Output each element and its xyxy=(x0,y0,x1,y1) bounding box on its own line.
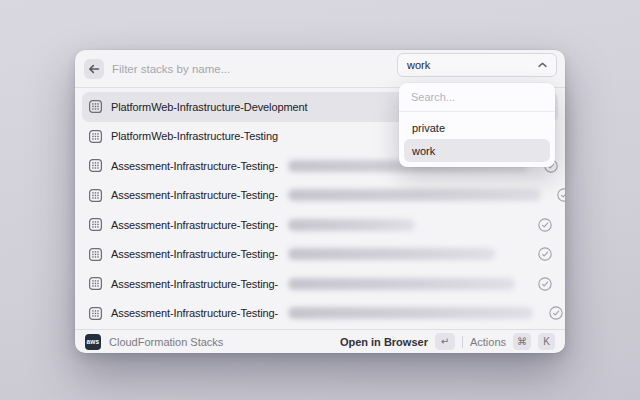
launcher-window: work PlatformWeb-Infrastructure-Developm… xyxy=(75,50,565,353)
actions-button[interactable]: Actions xyxy=(470,336,506,348)
tag-option-label: work xyxy=(412,145,435,157)
tag-option[interactable]: private xyxy=(404,116,550,139)
tag-option[interactable]: work xyxy=(404,139,550,162)
stack-grid-icon xyxy=(88,276,103,291)
footer-divider xyxy=(462,336,463,348)
stack-name: Assessment-Infrastructure-Testing- xyxy=(111,189,278,201)
tag-option-label: private xyxy=(412,122,445,134)
tag-dropdown-trigger[interactable]: work xyxy=(397,53,557,77)
stack-grid-icon xyxy=(88,306,103,321)
redacted-text xyxy=(288,248,495,260)
redacted-text xyxy=(288,307,533,319)
check-circle-icon xyxy=(557,188,565,202)
stack-grid-icon xyxy=(88,247,103,262)
check-circle-icon xyxy=(538,277,552,291)
aws-icon: aws xyxy=(85,334,101,350)
stack-name: Assessment-Infrastructure-Testing- xyxy=(111,248,278,260)
stack-grid-icon xyxy=(88,217,103,232)
stack-row[interactable]: Assessment-Infrastructure-Testing- xyxy=(82,210,558,240)
stack-row[interactable]: Assessment-Infrastructure-Testing- xyxy=(82,181,558,211)
back-arrow-icon xyxy=(88,64,100,74)
enter-key-icon: ↵ xyxy=(435,333,455,350)
check-circle-icon xyxy=(538,218,552,232)
chevron-up-icon xyxy=(538,62,547,68)
stack-name: Assessment-Infrastructure-Testing- xyxy=(111,278,278,290)
stack-grid-icon xyxy=(88,129,103,144)
stack-grid-icon xyxy=(88,158,103,173)
check-circle-icon xyxy=(538,247,552,261)
stack-row[interactable]: Assessment-Infrastructure-Testing- xyxy=(82,240,558,270)
redacted-text xyxy=(288,219,415,231)
app-name: CloudFormation Stacks xyxy=(109,336,223,348)
stack-grid-icon xyxy=(88,99,103,114)
open-in-browser-button[interactable]: Open in Browser xyxy=(340,336,428,348)
stack-row[interactable]: Assessment-Infrastructure-Testing- xyxy=(82,269,558,299)
tag-dropdown-value: work xyxy=(407,59,430,71)
footer: aws CloudFormation Stacks Open in Browse… xyxy=(75,329,565,353)
filter-input[interactable] xyxy=(112,50,392,87)
back-button[interactable] xyxy=(84,59,104,79)
redacted-text xyxy=(288,278,515,290)
check-circle-icon xyxy=(549,306,563,320)
redacted-text xyxy=(288,189,541,201)
stack-name: PlatformWeb-Infrastructure-Development xyxy=(111,101,308,113)
stack-name: Assessment-Infrastructure-Testing- xyxy=(111,219,278,231)
tag-dropdown-panel: private work xyxy=(399,83,555,167)
k-key-icon: K xyxy=(538,333,555,350)
stack-name: PlatformWeb-Infrastructure-Testing xyxy=(111,130,278,142)
tag-search-input[interactable] xyxy=(399,83,555,112)
stack-name: Assessment-Infrastructure-Testing- xyxy=(111,307,278,319)
stack-name: Assessment-Infrastructure-Testing- xyxy=(111,160,278,172)
stack-row[interactable]: Assessment-Infrastructure-Testing- xyxy=(82,299,558,329)
command-key-icon: ⌘ xyxy=(513,333,531,350)
footer-actions: Open in Browser ↵ Actions ⌘ K xyxy=(340,333,555,350)
stack-grid-icon xyxy=(88,188,103,203)
tag-option-list: private work xyxy=(399,112,555,166)
